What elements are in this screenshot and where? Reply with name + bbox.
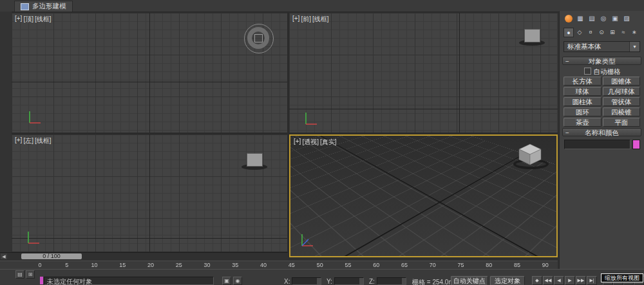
- box-object-perspective[interactable]: [517, 143, 543, 165]
- grid-origin-line: [289, 109, 558, 109]
- previous-frame-icon[interactable]: ◀: [554, 276, 564, 285]
- viewport-shading-menu[interactable]: [线框]: [312, 15, 329, 24]
- command-panel: ▦ ▤ ◎ ▣ ▨ ● ◇ ¤ ⊙ ⊞ ≈ ∗ 标准基本体 ▼ − 对象类型 自…: [559, 11, 644, 269]
- ribbon-tab-label: 多边形建模: [32, 2, 66, 11]
- z-coordinate-label: Z:: [369, 278, 375, 285]
- viewport-general-menu[interactable]: [+]: [292, 15, 299, 24]
- y-coordinate-input[interactable]: [334, 277, 364, 285]
- trackbar-mode-icon[interactable]: ⊞: [26, 270, 35, 279]
- auto-key-button[interactable]: 自动关键点: [451, 276, 488, 285]
- autogrid-label: 自动栅格: [594, 68, 621, 75]
- shapes-category-icon[interactable]: ◇: [574, 28, 585, 37]
- create-category-icons: ● ◇ ¤ ⊙ ⊞ ≈ ∗: [564, 28, 639, 37]
- collapse-icon[interactable]: −: [565, 57, 569, 66]
- maxscript-listener-icon[interactable]: ▤: [15, 270, 24, 279]
- button-sphere[interactable]: 球体: [564, 87, 601, 96]
- ribbon-tab-polygon-modeling[interactable]: 多边形建模: [14, 1, 73, 12]
- spinner-icon[interactable]: [359, 278, 363, 284]
- previous-frame-icon[interactable]: ◀: [1, 253, 7, 259]
- viewport-pov-menu[interactable]: [前]: [301, 15, 311, 24]
- dropdown-value: 标准基本体: [567, 42, 601, 51]
- viewport-perspective-active[interactable]: [+] [透视] [真实]: [289, 134, 558, 257]
- viewport-general-menu[interactable]: [+]: [294, 138, 301, 147]
- helpers-category-icon[interactable]: ⊞: [607, 28, 618, 37]
- viewport-shading-menu[interactable]: [真实]: [320, 138, 337, 147]
- chevron-down-icon[interactable]: ▼: [629, 42, 639, 51]
- utilities-tab-icon[interactable]: ▨: [621, 14, 632, 24]
- key-filters-button[interactable]: 选定对象: [490, 276, 525, 285]
- primitive-buttons-grid: 长方体 圆锥体 球体 几何球体 圆柱体 管状体 圆环 四棱锥 茶壶 平面: [564, 77, 640, 127]
- name-color-rollout-header[interactable]: − 名称和颜色: [562, 128, 641, 136]
- viewport-general-menu[interactable]: [+]: [15, 15, 22, 24]
- button-tube[interactable]: 管状体: [603, 97, 641, 106]
- play-icon[interactable]: ▶: [565, 276, 575, 285]
- y-coordinate-label: Y:: [327, 278, 332, 285]
- viewport-front[interactable]: [+] [前] [线框]: [289, 13, 558, 133]
- object-name-input[interactable]: [564, 140, 630, 149]
- set-key-icon[interactable]: ◆: [532, 276, 542, 285]
- button-cone[interactable]: 圆锥体: [603, 77, 641, 86]
- button-plane[interactable]: 平面: [603, 118, 641, 127]
- box-object-top-view[interactable]: [254, 34, 263, 42]
- x-coordinate-label: X:: [284, 278, 290, 285]
- ribbon-tab-icon: [21, 3, 29, 10]
- grid-origin-line: [149, 13, 150, 133]
- ribbon-bar: 多边形建模: [0, 0, 644, 12]
- viewport-top[interactable]: [+] [顶] [线框]: [12, 13, 287, 133]
- absolute-offset-icon[interactable]: ◉: [233, 277, 242, 285]
- button-torus[interactable]: 圆环: [564, 107, 601, 116]
- motion-tab-icon[interactable]: ◎: [598, 14, 609, 24]
- z-coordinate-input[interactable]: [377, 277, 406, 285]
- zoom-all-views-tooltip: 缩放所有视图: [601, 273, 643, 282]
- status-bar: ▤ ⊞ 未选定任何对象 ▣ ◉ X: Y: Z: 栅格 = 254.0mm 自动…: [0, 269, 644, 285]
- object-color-swatch[interactable]: [632, 140, 640, 149]
- systems-category-icon[interactable]: ∗: [629, 28, 639, 37]
- next-frame-icon[interactable]: ▶▶: [576, 276, 586, 285]
- mini-listener-strip[interactable]: [40, 277, 43, 284]
- viewport-pov-menu[interactable]: [顶]: [23, 15, 33, 24]
- viewport-shading-menu[interactable]: [线框]: [35, 15, 52, 24]
- viewport-left[interactable]: [+] [左] [线框]: [12, 134, 287, 252]
- spacewarps-category-icon[interactable]: ≈: [618, 28, 629, 37]
- time-slider-thumb[interactable]: 0 / 100: [21, 253, 82, 259]
- box-object-left-view[interactable]: [247, 153, 263, 167]
- viewport-pov-menu[interactable]: [左]: [23, 136, 33, 145]
- grid-origin-line: [149, 134, 150, 252]
- create-tab-icon[interactable]: [564, 14, 574, 24]
- axis-tripod-icon: [303, 111, 319, 126]
- autogrid-row: 自动栅格: [560, 68, 644, 77]
- autogrid-checkbox[interactable]: [584, 68, 591, 75]
- box-object-front-view[interactable]: [524, 29, 540, 42]
- cameras-category-icon[interactable]: ⊙: [596, 28, 607, 37]
- status-prompt: 未选定任何对象: [44, 277, 214, 285]
- go-to-end-icon[interactable]: ▶|: [587, 276, 597, 285]
- spinner-icon[interactable]: [401, 278, 406, 284]
- collapse-icon[interactable]: −: [565, 129, 569, 137]
- primitive-category-dropdown[interactable]: 标准基本体 ▼: [564, 41, 640, 52]
- viewport-area: [+] [顶] [线框] [+] [前] [线框] [+] [: [12, 13, 558, 257]
- grid-origin-line: [12, 82, 287, 82]
- lights-category-icon[interactable]: ¤: [585, 28, 596, 37]
- button-geosphere[interactable]: 几何球体: [603, 87, 641, 96]
- hierarchy-tab-icon[interactable]: ▤: [587, 14, 597, 24]
- viewport-general-menu[interactable]: [+]: [15, 136, 22, 145]
- display-tab-icon[interactable]: ▣: [610, 14, 620, 24]
- button-teapot[interactable]: 茶壶: [564, 118, 601, 127]
- button-box[interactable]: 长方体: [564, 77, 601, 86]
- go-to-start-icon[interactable]: ◀◀: [543, 276, 553, 285]
- modify-tab-icon[interactable]: ▦: [575, 14, 585, 24]
- viewport-pov-menu[interactable]: [透视]: [302, 138, 319, 147]
- time-slider[interactable]: ◀ 0 / 100: [0, 252, 288, 261]
- selection-lock-icon[interactable]: ▣: [222, 277, 231, 285]
- button-pyramid[interactable]: 四棱锥: [603, 107, 641, 116]
- rollout-title: 名称和颜色: [585, 129, 619, 136]
- object-type-rollout-header[interactable]: − 对象类型: [562, 57, 641, 65]
- viewport-shading-menu[interactable]: [线框]: [35, 136, 52, 145]
- spinner-icon[interactable]: [316, 278, 321, 284]
- button-cylinder[interactable]: 圆柱体: [564, 97, 601, 106]
- name-color-row: [564, 140, 640, 149]
- grid-origin-line: [12, 238, 287, 239]
- geometry-category-icon[interactable]: ●: [564, 28, 574, 37]
- x-coordinate-input[interactable]: [292, 277, 321, 285]
- axis-tripod-icon: [26, 230, 41, 245]
